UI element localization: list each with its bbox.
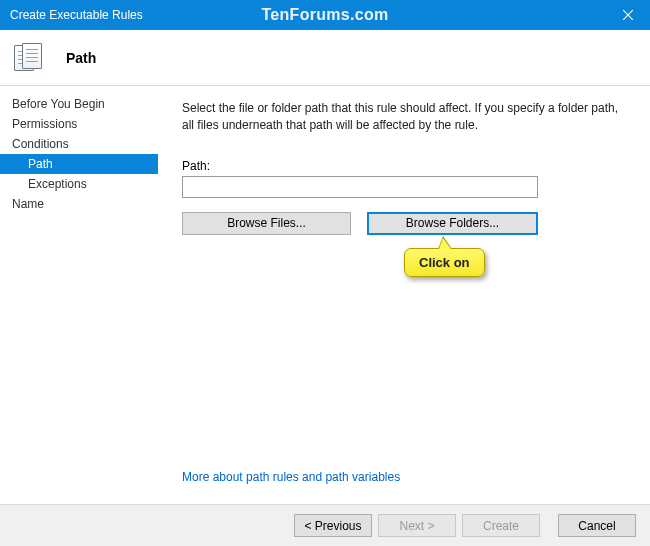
previous-button[interactable]: < Previous	[294, 514, 372, 537]
instruction-text: Select the file or folder path that this…	[182, 100, 626, 135]
create-button: Create	[462, 514, 540, 537]
step-permissions[interactable]: Permissions	[0, 114, 158, 134]
browse-files-button[interactable]: Browse Files...	[182, 212, 351, 235]
wizard-steps: Before You Begin Permissions Conditions …	[0, 86, 158, 504]
window-title: Create Executable Rules	[10, 8, 143, 22]
step-name[interactable]: Name	[0, 194, 158, 214]
browse-folders-button[interactable]: Browse Folders...	[367, 212, 538, 235]
annotation-callout: Click on	[404, 248, 485, 277]
cancel-button[interactable]: Cancel	[558, 514, 636, 537]
path-label: Path:	[182, 159, 626, 173]
step-exceptions[interactable]: Exceptions	[0, 174, 158, 194]
next-button: Next >	[378, 514, 456, 537]
more-about-link[interactable]: More about path rules and path variables	[182, 470, 626, 494]
wizard-footer: < Previous Next > Create Cancel	[0, 504, 650, 546]
callout-bubble: Click on	[404, 248, 485, 277]
path-input[interactable]	[182, 176, 538, 198]
page-icon	[14, 43, 48, 73]
watermark: TenForums.com	[261, 6, 388, 24]
close-button[interactable]	[605, 0, 650, 30]
step-before-you-begin[interactable]: Before You Begin	[0, 94, 158, 114]
wizard-content: Select the file or folder path that this…	[158, 86, 650, 504]
wizard-header: Path	[0, 30, 650, 86]
page-title: Path	[66, 50, 96, 66]
close-icon	[623, 10, 633, 20]
step-conditions[interactable]: Conditions	[0, 134, 158, 154]
step-path[interactable]: Path	[0, 154, 158, 174]
titlebar: Create Executable Rules TenForums.com	[0, 0, 650, 30]
